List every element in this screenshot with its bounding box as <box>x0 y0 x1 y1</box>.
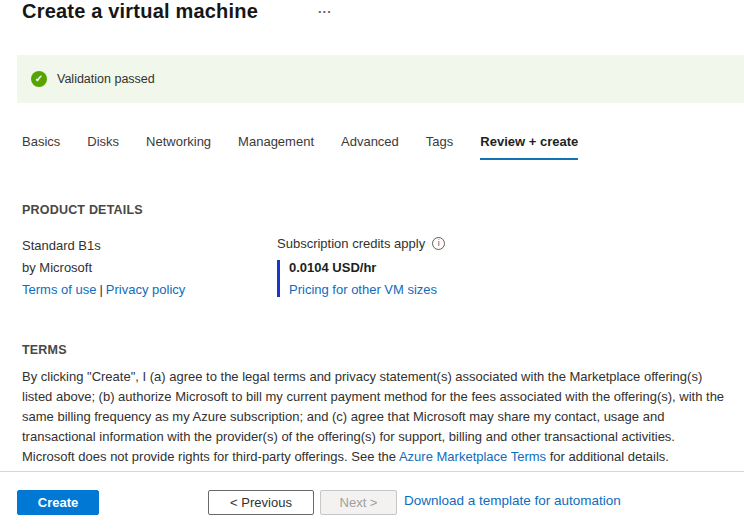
validation-banner: ✓ Validation passed <box>17 55 744 103</box>
product-publisher: by Microsoft <box>22 258 185 278</box>
product-name: Standard B1s <box>22 236 185 256</box>
tab-disks[interactable]: Disks <box>87 134 119 160</box>
price-box: 0.0104 USD/hr Pricing for other VM sizes <box>277 260 445 297</box>
link-separator: | <box>99 282 102 297</box>
tab-tags[interactable]: Tags <box>426 134 453 160</box>
tab-basics[interactable]: Basics <box>22 134 60 160</box>
product-details-heading: PRODUCT DETAILS <box>22 203 143 217</box>
product-summary: Standard B1s by Microsoft Terms of use|P… <box>22 236 185 300</box>
product-legal-links: Terms of use|Privacy policy <box>22 280 185 300</box>
tab-review-create[interactable]: Review + create <box>480 134 578 160</box>
page-title: Create a virtual machine <box>22 0 258 23</box>
tab-management[interactable]: Management <box>238 134 314 160</box>
subscription-credits-row: Subscription credits apply i <box>277 236 445 251</box>
terms-text-after-link: for additional details. <box>546 449 669 464</box>
terms-paragraph: By clicking "Create", I (a) agree to the… <box>22 367 730 467</box>
more-options-icon[interactable]: ... <box>318 1 332 16</box>
checkmark-circle-icon: ✓ <box>31 71 47 87</box>
info-icon[interactable]: i <box>432 237 445 250</box>
download-template-link[interactable]: Download a template for automation <box>404 493 621 508</box>
create-vm-page: Create a virtual machine ... ✓ Validatio… <box>0 0 744 529</box>
subscription-credits-label: Subscription credits apply <box>277 236 425 251</box>
footer-divider <box>0 471 744 472</box>
privacy-policy-link[interactable]: Privacy policy <box>106 282 185 297</box>
pricing-summary: Subscription credits apply i 0.0104 USD/… <box>277 236 445 297</box>
create-button[interactable]: Create <box>17 490 99 515</box>
tab-advanced[interactable]: Advanced <box>341 134 399 160</box>
pricing-other-sizes-link[interactable]: Pricing for other VM sizes <box>289 282 437 297</box>
next-button[interactable]: Next > <box>320 490 397 515</box>
wizard-tabs: Basics Disks Networking Management Advan… <box>22 134 578 160</box>
tab-networking[interactable]: Networking <box>146 134 211 160</box>
previous-button[interactable]: < Previous <box>208 490 314 515</box>
azure-marketplace-terms-link[interactable]: Azure Marketplace Terms <box>399 449 546 464</box>
terms-of-use-link[interactable]: Terms of use <box>22 282 96 297</box>
terms-heading: TERMS <box>22 343 67 357</box>
price-per-hour: 0.0104 USD/hr <box>289 260 445 275</box>
validation-status-text: Validation passed <box>57 72 155 86</box>
